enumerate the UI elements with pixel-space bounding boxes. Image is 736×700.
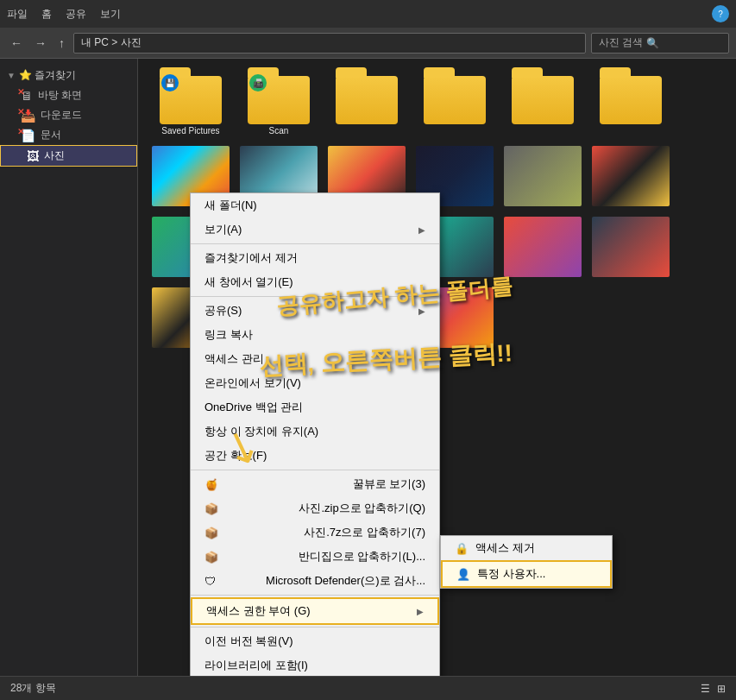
sidebar-item-pictures[interactable]: 🖼 사진	[0, 145, 137, 167]
chevron-icon: ▼	[7, 71, 16, 80]
red-x-icon-dl: ✕	[17, 107, 24, 117]
status-bar: 28개 항목 ☰ ⊞	[0, 676, 736, 700]
ctx-access-mgmt[interactable]: 액세스 관리	[191, 347, 439, 371]
view-controls[interactable]: ☰ ⊞	[701, 683, 726, 695]
up-button[interactable]: ↑	[55, 35, 68, 52]
folder-3[interactable]	[328, 73, 406, 136]
back-button[interactable]: ←	[7, 35, 26, 52]
ctx-7z-label: 사진.7z으로 압축하기(7)	[304, 525, 425, 540]
ctx-new-folder[interactable]: 새 폴더(N)	[191, 193, 439, 218]
forward-button[interactable]: →	[31, 35, 50, 52]
grid-view-icon[interactable]: ⊞	[717, 683, 726, 695]
ctx-bandzip[interactable]: 📦 반디집으로 압축하기(L)...	[191, 545, 439, 569]
folder-shape-6	[600, 76, 662, 124]
ctx-defender[interactable]: 🛡 Microsoft Defender(으)로 검사...	[191, 569, 439, 593]
ctx-7z-icon: 📦	[204, 527, 218, 539]
ctx-7z[interactable]: 📦 사진.7z으로 압축하기(7)	[191, 520, 439, 545]
quick-access-header[interactable]: ▼ ⭐ 즐겨찾기	[0, 66, 137, 85]
sidebar-item-downloads-label: 다운로드	[41, 108, 82, 123]
folder-4-icon	[424, 73, 486, 124]
quick-access-section: ▼ ⭐ 즐겨찾기 🖥 바탕 화면 ✕ 📥 다운로드 ✕ 📄 문서 ✕ 🖼 사진	[0, 66, 137, 167]
photo-thumb-12	[592, 217, 670, 277]
photo-6[interactable]	[592, 146, 670, 206]
ctx-share-arrow: ▶	[418, 306, 425, 316]
menu-bar[interactable]: 파일 홈 공유 보기	[7, 7, 121, 22]
photo-11[interactable]	[504, 217, 582, 277]
list-view-icon[interactable]: ☰	[701, 683, 710, 695]
search-placeholder: 사진 검색	[599, 35, 643, 50]
ctx-bandzip-label: 반디집으로 압축하기(L)...	[299, 549, 425, 564]
ctx-include-library-label: 라이브러리에 포함(I)	[204, 658, 308, 673]
ctx-sep-1	[191, 243, 439, 244]
ctx-copy-link[interactable]: 링크 복사	[191, 323, 439, 347]
folder-saved-pictures[interactable]: 💾 Saved Pictures	[152, 73, 230, 136]
folder-4[interactable]	[416, 73, 494, 136]
ctx-bandzip-icon: 📦	[204, 551, 218, 564]
ctx-new-folder-label: 새 폴더(N)	[204, 198, 257, 213]
folder-scan[interactable]: 📠 Scan	[240, 73, 318, 136]
ctx-grant-access[interactable]: 액세스 권한 부여 (G) ▶	[191, 597, 439, 625]
ctx-onedrive-backup[interactable]: OneDrive 백업 관리	[191, 395, 439, 419]
ctx-zip[interactable]: 📦 사진.zip으로 압축하기(Q)	[191, 496, 439, 520]
window-controls[interactable]: ?	[712, 5, 729, 22]
photo-thumb-11	[504, 217, 582, 277]
sidebar-item-desktop-label: 바탕 화면	[38, 88, 82, 103]
ctx-view[interactable]: 보기(A) ▶	[191, 218, 439, 242]
folder-shape-3	[336, 76, 398, 124]
menu-view[interactable]: 보기	[100, 7, 121, 22]
ctx-remove-fav-label: 즐겨찾기에서 제거	[204, 250, 298, 266]
ctx-sep-4	[191, 595, 439, 596]
ctx-access-mgmt-label: 액세스 관리	[204, 351, 264, 367]
ctx-copy-link-label: 링크 복사	[204, 327, 253, 343]
search-icon: 🔍	[646, 37, 659, 49]
ctx-space-expand-label: 공간 확보(F)	[204, 448, 267, 464]
sidebar-item-pictures-label: 사진	[44, 148, 65, 163]
folder-6[interactable]	[592, 73, 670, 136]
ctx-view-online[interactable]: 온라인에서 보기(V)	[191, 371, 439, 395]
menu-home[interactable]: 홈	[41, 7, 52, 22]
ctx-space-expand[interactable]: 공간 확보(F)	[191, 444, 439, 468]
sub-ctx-remove-access[interactable]: 🔒 액세스 제거	[441, 536, 612, 560]
scan-badge: 📠	[249, 74, 267, 91]
ctx-grant-access-arrow: ▶	[417, 607, 424, 616]
ctx-view-arrow: ▶	[418, 225, 425, 235]
address-path[interactable]: 내 PC > 사진	[73, 33, 586, 54]
ctx-open-new-window[interactable]: 새 창에서 열기(E)	[191, 270, 439, 294]
help-button[interactable]: ?	[712, 5, 729, 22]
saved-pictures-label: Saved Pictures	[161, 126, 219, 136]
photo-12[interactable]	[592, 217, 670, 277]
ctx-remove-fav[interactable]: 즐겨찾기에서 제거	[191, 246, 439, 270]
ctx-always-keep-label: 항상 이 장치에 유지(A)	[204, 424, 318, 439]
menu-share[interactable]: 공유	[66, 7, 86, 22]
ctx-open-window-label: 새 창에서 열기(E)	[204, 274, 293, 290]
photo-thumb-5	[504, 146, 582, 206]
ctx-grant-access-label: 액세스 권한 부여 (G)	[206, 603, 311, 619]
sub-context-menu: 🔒 액세스 제거 👤 특정 사용자...	[440, 535, 613, 589]
content-area: 💾 Saved Pictures 📠 Scan	[138, 59, 736, 676]
search-box[interactable]: 사진 검색 🔍	[591, 33, 729, 54]
ctx-share[interactable]: 공유(S) ▶	[191, 299, 439, 323]
quick-access-label: ⭐ 즐겨찾기	[19, 68, 76, 83]
ctx-include-library[interactable]: 라이브러리에 포함(I)	[191, 653, 439, 676]
ctx-zip-icon: 📦	[204, 502, 218, 515]
ctx-sep-2	[191, 296, 439, 297]
sidebar-item-downloads[interactable]: 📥 다운로드 ✕	[0, 105, 137, 125]
ctx-share-label: 공유(S)	[204, 303, 242, 318]
photo-5[interactable]	[504, 146, 582, 206]
folder-saved-pictures-icon: 💾	[160, 73, 222, 124]
ctx-prev-versions[interactable]: 이전 버전 복원(V)	[191, 629, 439, 653]
address-bar: ← → ↑ 내 PC > 사진 사진 검색 🔍	[0, 28, 736, 59]
sidebar-item-desktop[interactable]: 🖥 바탕 화면 ✕	[0, 85, 137, 105]
menu-file[interactable]: 파일	[7, 7, 28, 22]
ctx-always-keep[interactable]: 항상 이 장치에 유지(A)	[191, 419, 439, 444]
sidebar-item-documents[interactable]: 📄 문서 ✕	[0, 125, 137, 145]
folder-shape-5	[512, 76, 574, 124]
folder-5[interactable]	[504, 73, 582, 136]
ctx-view-thumbs-icon: 🍯	[204, 478, 218, 491]
scan-label: Scan	[269, 126, 289, 136]
ctx-sep-5	[191, 627, 439, 627]
ctx-view-thumbs[interactable]: 🍯 꿀뷰로 보기(3)	[191, 472, 439, 496]
main-layout: ▼ ⭐ 즐겨찾기 🖥 바탕 화면 ✕ 📥 다운로드 ✕ 📄 문서 ✕ 🖼 사진	[0, 59, 736, 676]
sub-ctx-specific-user[interactable]: 👤 특정 사용자...	[441, 560, 612, 588]
photo-thumb-6	[592, 146, 670, 206]
